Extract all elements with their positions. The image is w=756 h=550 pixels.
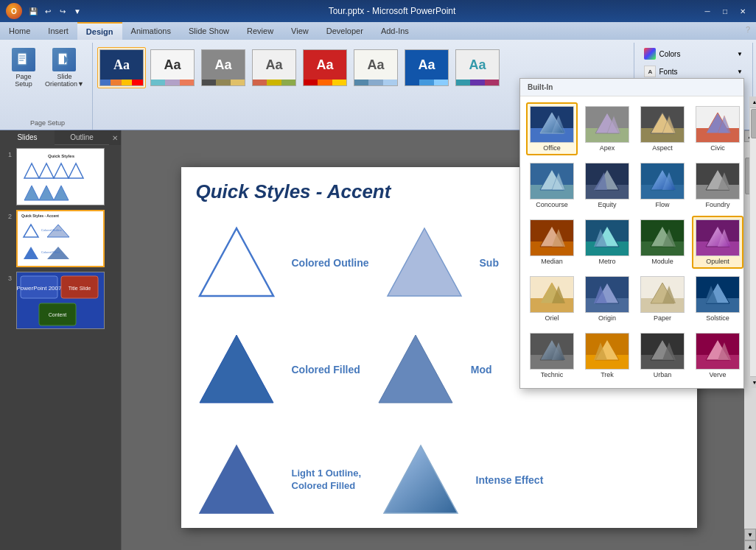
minimize-button[interactable]: ─	[700, 5, 715, 17]
slide-preview-1: Quick Styles	[16, 148, 105, 205]
slide-thumbnail-1[interactable]: 1 Quick Styles	[3, 148, 118, 205]
svg-text:Colored Filled: Colored Filled	[41, 250, 60, 254]
tab-insert[interactable]: Insert	[39, 22, 77, 40]
colors-button[interactable]: Colors ▼	[639, 46, 748, 62]
svg-marker-35	[384, 445, 458, 513]
theme-5[interactable]: Aa	[301, 47, 349, 88]
theme-item-apex[interactable]: Apex	[581, 102, 633, 155]
theme-item-trek[interactable]: Trek	[581, 329, 633, 382]
ribbon-tabs: Home Insert Design Animations Slide Show…	[0, 22, 756, 40]
dropdown-scroll-thumb[interactable]	[751, 109, 756, 138]
theme-label-office: Office	[543, 144, 560, 152]
theme-label-aspect: Aspect	[652, 144, 673, 152]
save-button[interactable]: 💾	[27, 4, 40, 18]
theme-preview-trek	[585, 333, 629, 370]
slide-title-cont: t	[385, 180, 391, 202]
theme-item-origin[interactable]: Origin	[581, 272, 633, 325]
page-setup-button[interactable]: PageSetup	[7, 44, 40, 91]
theme-label-equity: Equity	[598, 201, 616, 208]
theme-item-aspect[interactable]: Aspect	[637, 102, 688, 155]
theme-label-paper: Paper	[654, 314, 671, 322]
theme-preview-office	[530, 106, 574, 143]
svg-text:Colored Outline: Colored Outline	[41, 228, 63, 232]
theme-item-office[interactable]: Office	[526, 102, 578, 155]
undo-button[interactable]: ↩	[41, 4, 55, 18]
theme-item-equity[interactable]: Equity	[581, 159, 633, 212]
slide-preview-3: PowerPoint 2007 Title Slide Content	[16, 272, 105, 329]
svg-marker-30	[200, 228, 273, 296]
fonts-button[interactable]: A Fonts ▼	[639, 63, 748, 80]
theme-item-solstice[interactable]: Solstice	[692, 272, 743, 325]
slide-number-2: 2	[3, 213, 12, 220]
tab-review[interactable]: Review	[238, 22, 282, 40]
theme-item-oriel[interactable]: Oriel	[526, 272, 578, 325]
tab-animations[interactable]: Animations	[122, 22, 180, 40]
theme-label-urban: Urban	[654, 371, 672, 378]
svg-text:Title Slide: Title Slide	[69, 286, 91, 291]
dropdown-scroll-up[interactable]: ▲	[750, 96, 756, 108]
theme-label-technic: Technic	[541, 371, 564, 378]
theme-3[interactable]: Aa	[199, 47, 248, 88]
scroll-down-button[interactable]: ▼	[744, 529, 756, 540]
tab-slides[interactable]: Slides	[0, 130, 55, 145]
theme-item-opulent[interactable]: Opulent	[692, 216, 743, 269]
theme-2[interactable]: Aa	[148, 47, 197, 88]
theme-item-foundry[interactable]: Foundry	[692, 159, 743, 212]
tab-design[interactable]: Design	[77, 22, 122, 40]
slide-number-3: 3	[3, 275, 12, 282]
slide-thumbnail-3[interactable]: 3 PowerPoint 2007 Title Slide Content	[3, 272, 118, 329]
slide-orientation-button[interactable]: SlideOrientation▼	[41, 44, 88, 91]
theme-item-flow[interactable]: Flow	[637, 159, 688, 212]
tab-outline[interactable]: Outline	[55, 130, 109, 145]
tab-home[interactable]: Home	[0, 22, 39, 40]
dropdown-scroll-track	[750, 108, 756, 376]
theme-preview-oriel	[530, 276, 574, 313]
scroll-prev-slide[interactable]: ▲	[744, 540, 756, 550]
tab-developer[interactable]: Developer	[318, 22, 372, 40]
help-button[interactable]: ?	[740, 22, 756, 40]
dropdown-scroll-down[interactable]: ▼	[750, 376, 756, 388]
theme-item-module[interactable]: Module	[637, 216, 688, 269]
tab-view[interactable]: View	[282, 22, 318, 40]
office-orb[interactable]: O	[6, 3, 22, 19]
colored-filled-label: Colored Filled	[292, 364, 360, 376]
theme-item-concourse[interactable]: Concourse	[526, 159, 578, 212]
row1: Colored Outline Sub	[196, 222, 499, 303]
theme-4[interactable]: Aa	[250, 47, 298, 88]
slide-thumbnails: 1 Quick Styles	[0, 145, 121, 550]
theme-item-metro[interactable]: Metro	[581, 216, 633, 269]
theme-8[interactable]: Aa	[453, 47, 502, 88]
tab-addins[interactable]: Add-Ins	[372, 22, 418, 40]
slides-outline-tabs: Slides Outline ✕	[0, 130, 121, 145]
window-controls: ─ □ ✕	[700, 5, 750, 17]
theme-preview-flow	[640, 163, 685, 200]
restore-button[interactable]: □	[718, 5, 732, 17]
theme-item-urban[interactable]: Urban	[637, 329, 688, 382]
theme-item-civic[interactable]: Civic	[692, 102, 743, 155]
slide-thumbnail-2[interactable]: 2 Quick Styles - Accent Colored Outline …	[3, 210, 118, 267]
theme-preview-concourse	[530, 163, 574, 200]
svg-text:Quick Styles - Accent: Quick Styles - Accent	[21, 214, 59, 218]
theme-preview-urban	[640, 333, 685, 370]
theme-3-preview: Aa	[201, 49, 245, 86]
theme-item-technic[interactable]: Technic	[526, 329, 578, 382]
theme-7[interactable]: Aa	[402, 47, 451, 88]
theme-preview-aspect	[640, 106, 685, 143]
panel-close-button[interactable]: ✕	[109, 132, 121, 144]
light-outline-label: Light 1 Outline, Colored Filled	[292, 468, 365, 493]
theme-item-median[interactable]: Median	[526, 216, 578, 269]
theme-item-verve[interactable]: Verve	[692, 329, 743, 382]
colors-icon	[644, 48, 656, 60]
dropdown-body: Office Apex	[520, 96, 743, 388]
theme-label-median: Median	[541, 258, 563, 265]
redo-button[interactable]: ↪	[56, 4, 69, 18]
triangle-intense	[380, 440, 461, 521]
page-setup-label: PageSetup	[15, 73, 32, 88]
customize-qa-button[interactable]: ▼	[71, 4, 84, 18]
theme-6[interactable]: Aa	[351, 47, 400, 88]
tab-slideshow[interactable]: Slide Show	[180, 22, 238, 40]
theme-label-flow: Flow	[655, 201, 669, 208]
theme-item-paper[interactable]: Paper	[637, 272, 688, 325]
theme-office[interactable]: Aa	[97, 47, 146, 88]
close-button[interactable]: ✕	[735, 5, 750, 17]
